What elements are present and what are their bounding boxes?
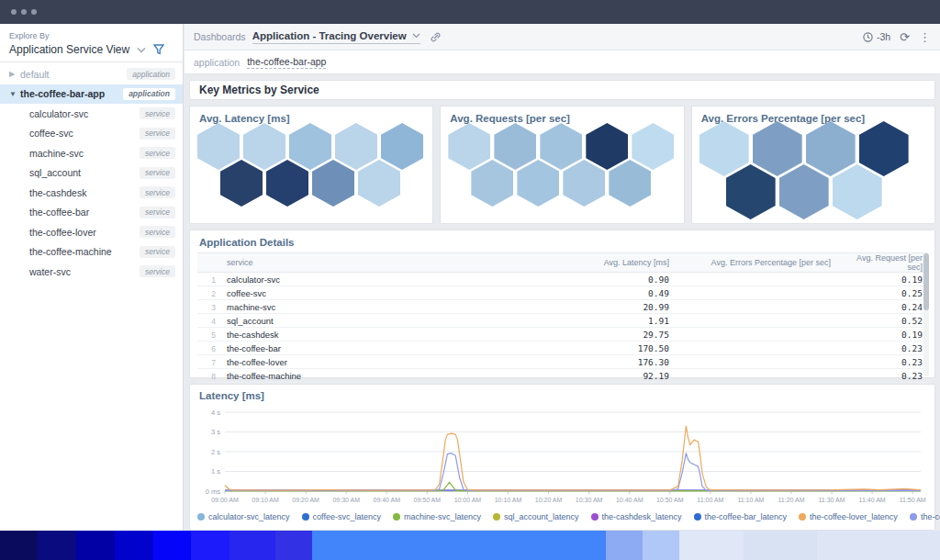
- service-cell[interactable]: 3machine-svc: [197, 300, 491, 314]
- refresh-icon[interactable]: ⟳: [900, 31, 910, 43]
- explore-by-header: Explore By Application Service View: [0, 24, 183, 62]
- legend-item-the-coffee-lover_latency[interactable]: the-coffee-lover_latency: [799, 512, 898, 521]
- sidebar-item-the-coffee-bar-app[interactable]: ▼the-coffee-bar-appapplication: [0, 84, 183, 105]
- requests-cell: 0.52: [836, 314, 928, 328]
- legend-item-coffee-svc_latency[interactable]: coffee-svc_latency: [302, 512, 381, 521]
- service-hexagon[interactable]: [699, 121, 749, 176]
- service-cell[interactable]: 6the-coffee-bar: [197, 342, 491, 355]
- filter-icon[interactable]: [153, 44, 164, 55]
- sidebar-item-the-cashdesk[interactable]: the-cashdeskservice: [0, 183, 183, 203]
- service-cell[interactable]: 5the-cashdesk: [197, 328, 491, 342]
- legend-item-sql_account_latency[interactable]: sql_account_latency: [493, 512, 579, 521]
- service-hexagon[interactable]: [266, 160, 308, 207]
- table-row: 3machine-svc20.990.24: [197, 300, 928, 314]
- legend-label: machine-svc_latency: [404, 512, 481, 521]
- requests-cell: 0.23: [836, 342, 928, 355]
- service-hexagon[interactable]: [197, 123, 240, 170]
- service-hexagon[interactable]: [220, 160, 263, 207]
- chevron-expanded-icon[interactable]: ▼: [9, 90, 17, 98]
- service-cell[interactable]: 7the-coffee-lover: [197, 355, 491, 369]
- service-hexagon[interactable]: [632, 123, 674, 170]
- key-metrics-header: Key Metrics by Service: [189, 80, 935, 100]
- latency-cell: 29.75: [491, 328, 675, 342]
- legend-item-machine-svc_latency[interactable]: machine-svc_latency: [393, 512, 481, 521]
- gradient-segment: [275, 531, 312, 560]
- chevron-collapsed-icon[interactable]: ▶: [9, 70, 17, 78]
- application-details-panel: Application Details serviceAvg. Latency …: [189, 230, 935, 378]
- window-control-dot[interactable]: [11, 9, 17, 15]
- legend-label: sql_account_latency: [504, 512, 579, 521]
- service-hexagon[interactable]: [726, 164, 776, 219]
- sidebar-item-the-coffee-lover[interactable]: the-coffee-loverservice: [0, 222, 183, 242]
- kebab-menu-icon[interactable]: ⋮: [919, 31, 931, 43]
- table-row: 7the-coffee-lover176.300.23: [197, 355, 928, 369]
- latency-cell: 0.49: [491, 286, 675, 300]
- service-hexagon[interactable]: [471, 160, 513, 207]
- service-hexagon[interactable]: [779, 164, 829, 219]
- service-hexagon[interactable]: [609, 160, 651, 207]
- legend-item-the-coffee-bar_latency[interactable]: the-coffee-bar_latency: [694, 512, 787, 521]
- table-row: 1calculator-svc0.900.19: [197, 273, 928, 286]
- service-hexagon[interactable]: [753, 121, 802, 176]
- service-hexagon[interactable]: [517, 160, 559, 207]
- gradient-segment: [191, 531, 229, 560]
- column-header[interactable]: Avg. Request [per sec]: [836, 253, 928, 273]
- time-range-value: -3h: [877, 31, 890, 42]
- service-hexagon[interactable]: [806, 121, 856, 176]
- service-hexagon[interactable]: [381, 123, 423, 170]
- column-header[interactable]: Avg. Latency [ms]: [491, 253, 675, 273]
- dashboard-title-select[interactable]: Application - Tracing Overview: [252, 30, 420, 44]
- application-filter-value[interactable]: the-coffee-bar-app: [247, 56, 326, 69]
- service-hexagon[interactable]: [335, 123, 377, 170]
- service-hexagon[interactable]: [563, 160, 605, 207]
- service-hexagon[interactable]: [289, 123, 331, 170]
- y-tick-label: 3 s: [211, 428, 220, 436]
- legend-dot: [591, 513, 599, 521]
- legend-item-calculator-svc_latency[interactable]: calculator-svc_latency: [197, 512, 290, 521]
- sidebar-item-the-coffee-bar[interactable]: the-coffee-barservice: [0, 203, 183, 223]
- sidebar-item-the-coffee-machine[interactable]: the-coffee-machineservice: [0, 242, 183, 263]
- latency-cell: 170.50: [491, 342, 675, 355]
- legend-item-the-cashdesk_latency[interactable]: the-cashdesk_latency: [591, 512, 682, 521]
- window-controls[interactable]: [11, 9, 37, 15]
- service-hexagon[interactable]: [243, 123, 285, 170]
- legend-item-the-coffee-machine_latency[interactable]: the-coffee-machine_latency: [910, 512, 940, 521]
- window-control-dot[interactable]: [31, 9, 37, 15]
- table-scrollbar-thumb[interactable]: [923, 253, 929, 310]
- requests-cell: 0.19: [836, 273, 928, 286]
- service-hexagon[interactable]: [540, 123, 582, 170]
- service-hexagon[interactable]: [312, 160, 354, 207]
- application-details-table: serviceAvg. Latency [ms]Avg. Errors Perc…: [197, 252, 928, 383]
- sidebar-item-coffee-svc[interactable]: coffee-svcservice: [0, 124, 183, 144]
- sidebar-item-label: calculator-svc: [29, 108, 88, 119]
- sidebar-item-water-svc[interactable]: water-svcservice: [0, 262, 183, 282]
- window-control-dot[interactable]: [21, 9, 27, 15]
- service-cell[interactable]: 2coffee-svc: [197, 286, 491, 300]
- gradient-segment: [38, 531, 76, 560]
- service-hexagon[interactable]: [833, 164, 882, 219]
- link-icon[interactable]: [430, 31, 442, 43]
- service-cell[interactable]: 1calculator-svc: [197, 273, 491, 286]
- table-row: 5the-cashdesk29.750.19: [197, 328, 928, 342]
- column-header[interactable]: Avg. Errors Percentage [per sec]: [675, 253, 836, 273]
- time-range-picker[interactable]: -3h: [863, 31, 890, 42]
- legend-dot: [799, 513, 806, 521]
- type-badge: service: [140, 107, 175, 119]
- service-cell[interactable]: 4sql_account: [197, 314, 491, 328]
- service-hexagon[interactable]: [448, 123, 490, 170]
- service-hexagon[interactable]: [586, 123, 628, 170]
- service-hexagon[interactable]: [859, 121, 909, 176]
- sidebar-item-label: default: [20, 69, 50, 80]
- sidebar-item-calculator-svc[interactable]: calculator-svcservice: [0, 104, 183, 124]
- sidebar-item-label: water-svc: [29, 266, 71, 277]
- sidebar-item-machine-svc[interactable]: machine-svcservice: [0, 143, 183, 163]
- service-hexagon[interactable]: [494, 123, 536, 170]
- legend-dot: [393, 513, 400, 521]
- service-hexagon[interactable]: [358, 160, 400, 207]
- sidebar-item-sql_account[interactable]: sql_accountservice: [0, 163, 183, 184]
- service-cell[interactable]: 8the-coffee-machine: [197, 369, 491, 383]
- sidebar-item-default[interactable]: ▶defaultapplication: [0, 64, 183, 84]
- view-selector[interactable]: Application Service View: [9, 43, 173, 56]
- row-number: 7: [203, 358, 216, 367]
- column-header[interactable]: service: [197, 253, 491, 273]
